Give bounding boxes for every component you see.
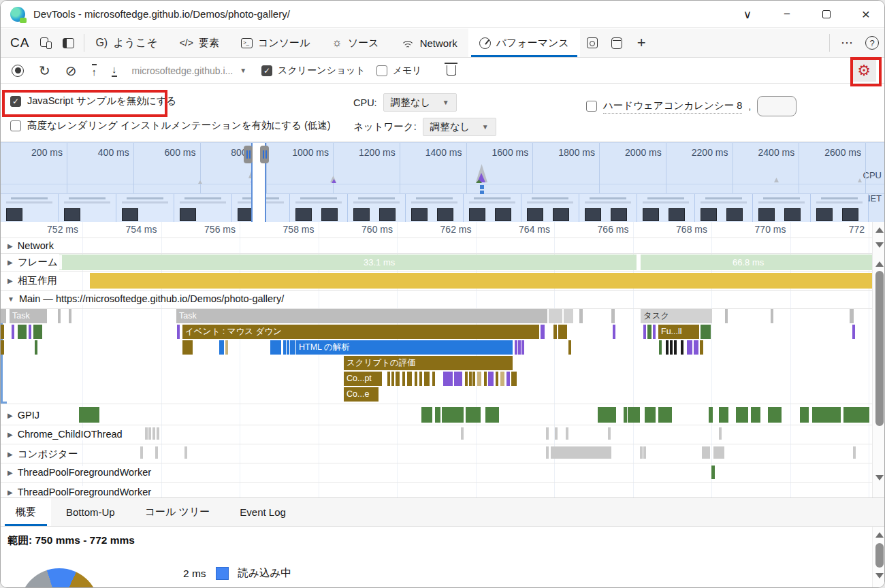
- hardware-concurrency-checkbox[interactable]: [586, 101, 597, 112]
- device-emulation-icon[interactable]: [40, 37, 52, 49]
- flame-bar[interactable]: イベント : マウス ダウン: [182, 325, 539, 339]
- flame-bar[interactable]: HTML の解析: [296, 340, 513, 355]
- flame-bar[interactable]: [521, 340, 524, 355]
- flame-bar[interactable]: [555, 427, 558, 440]
- expand-arrow-icon[interactable]: ▶: [7, 431, 13, 438]
- flame-bar[interactable]: [225, 340, 228, 355]
- tab-console[interactable]: >_ コンソール: [230, 29, 321, 57]
- close-button[interactable]: ×: [846, 1, 885, 28]
- add-tab-button[interactable]: +: [629, 29, 654, 57]
- flame-bar[interactable]: [454, 372, 462, 386]
- tab-performance[interactable]: パフォーマンス: [468, 29, 580, 57]
- advanced-rendering-row[interactable]: 高度なレンダリング インストルメンテーションを有効にする (低速): [10, 119, 331, 132]
- flame-bar[interactable]: [725, 309, 728, 323]
- flame-bar[interactable]: [466, 407, 481, 423]
- frames-track-label[interactable]: ▶フレーム: [5, 255, 62, 270]
- flame-bar[interactable]: Fu...ll: [658, 325, 699, 339]
- flame-bar[interactable]: [58, 309, 61, 323]
- flame-bar[interactable]: [270, 340, 281, 355]
- flame-bar[interactable]: [396, 372, 400, 386]
- flame-bar[interactable]: [800, 407, 809, 423]
- flame-bar[interactable]: [443, 372, 453, 386]
- flame-bar[interactable]: [506, 372, 510, 386]
- flame-bar[interactable]: [145, 427, 148, 440]
- flame-bar[interactable]: [624, 407, 627, 423]
- tab-event-log[interactable]: Event Log: [225, 498, 301, 526]
- scroll-up-arrow[interactable]: [875, 261, 884, 267]
- flame-bar[interactable]: [658, 407, 672, 423]
- expand-arrow-icon[interactable]: ▶: [7, 259, 13, 266]
- flame-bar[interactable]: スクリプトの評価: [344, 356, 513, 370]
- selection-left-handle[interactable]: [244, 146, 253, 163]
- flame-bar[interactable]: [598, 407, 616, 423]
- download-profile-icon[interactable]: ↓: [112, 64, 117, 77]
- flame-bar[interactable]: [182, 340, 193, 355]
- flame-bar[interactable]: [387, 372, 390, 386]
- chevron-down-icon[interactable]: ∨: [728, 1, 767, 28]
- memory-checkbox[interactable]: [376, 65, 387, 76]
- flame-bar[interactable]: [485, 407, 499, 423]
- flame-bar[interactable]: [177, 325, 180, 339]
- memory-checkbox-row[interactable]: メモリ: [376, 65, 422, 77]
- flame-bar[interactable]: [546, 427, 549, 440]
- flame-bar[interactable]: [853, 446, 856, 459]
- compositor-track-label[interactable]: ▶コンポジター: [5, 447, 82, 461]
- flame-bar[interactable]: [488, 372, 494, 386]
- scroll-up-arrow[interactable]: [875, 227, 884, 233]
- flame-bar[interactable]: [709, 407, 713, 423]
- flame-bar[interactable]: [653, 325, 656, 339]
- help-button[interactable]: ?: [865, 36, 879, 50]
- network-track-label[interactable]: ▶Network: [5, 240, 58, 252]
- flame-bar[interactable]: [564, 309, 573, 323]
- upload-profile-icon[interactable]: ↑: [92, 64, 97, 77]
- flame-bar[interactable]: [812, 407, 841, 423]
- tab-summary[interactable]: 概要: [1, 498, 51, 526]
- flame-bar[interactable]: [659, 340, 662, 355]
- flame-bar[interactable]: [415, 372, 417, 386]
- tab-welcome[interactable]: G) ようこそ: [84, 29, 168, 57]
- flame-bar[interactable]: [700, 340, 703, 355]
- tab-call-tree[interactable]: コール ツリー: [130, 498, 225, 526]
- flame-bar[interactable]: [694, 340, 698, 355]
- flame-bar[interactable]: [518, 340, 521, 355]
- tab-elements[interactable]: </> 要素: [169, 29, 230, 57]
- flame-bar[interactable]: [472, 372, 475, 386]
- flame-bar[interactable]: [843, 407, 869, 423]
- flame-bar[interactable]: [553, 325, 557, 339]
- flame-bar[interactable]: [702, 446, 710, 459]
- profile-select[interactable]: microsoftedge.github.i... ▼: [132, 65, 247, 76]
- advanced-rendering-checkbox[interactable]: [10, 120, 21, 131]
- panel-layout-icon[interactable]: [63, 38, 74, 48]
- record-button[interactable]: [12, 65, 24, 77]
- chart-scrollbar[interactable]: [872, 222, 885, 497]
- expand-arrow-icon[interactable]: ▶: [7, 451, 13, 458]
- flame-bar[interactable]: [1, 325, 4, 339]
- flame-bar[interactable]: [424, 372, 430, 386]
- flame-bar[interactable]: [391, 372, 394, 386]
- flame-bar[interactable]: [549, 309, 562, 323]
- flame-bar[interactable]: [751, 407, 760, 423]
- reload-record-icon[interactable]: ↻: [39, 64, 50, 78]
- flame-bar[interactable]: [670, 340, 673, 355]
- timeline-overview[interactable]: CPU NET 200 ms400 ms600 ms800 ms1000 ms1…: [1, 142, 885, 222]
- worker2-track-label[interactable]: ▶ThreadPoolForegroundWorker: [5, 486, 155, 497]
- flame-bar[interactable]: [1, 340, 4, 355]
- filmstrip-card[interactable]: [811, 194, 869, 222]
- filmstrip-card[interactable]: [637, 194, 695, 222]
- flame-bar[interactable]: [419, 372, 422, 386]
- scroll-down-arrow[interactable]: [875, 573, 884, 578]
- flame-bar[interactable]: [852, 325, 855, 339]
- flame-bar[interactable]: Co...pt: [344, 372, 382, 386]
- filmstrip-card[interactable]: [464, 194, 521, 222]
- filmstrip-card[interactable]: [579, 194, 637, 222]
- flame-bar[interactable]: [611, 309, 615, 323]
- flame-bar[interactable]: [719, 427, 722, 440]
- flame-bar[interactable]: [407, 372, 412, 386]
- flame-bar[interactable]: [645, 407, 656, 423]
- flame-bar[interactable]: [435, 407, 440, 423]
- main-track-label[interactable]: ▼Main — https://microsoftedge.github.io/…: [5, 293, 288, 305]
- flame-bar[interactable]: [500, 372, 504, 386]
- expand-arrow-icon[interactable]: ▶: [7, 469, 13, 476]
- inspect-tool-label[interactable]: CA: [10, 35, 29, 50]
- flame-bar[interactable]: [613, 325, 615, 339]
